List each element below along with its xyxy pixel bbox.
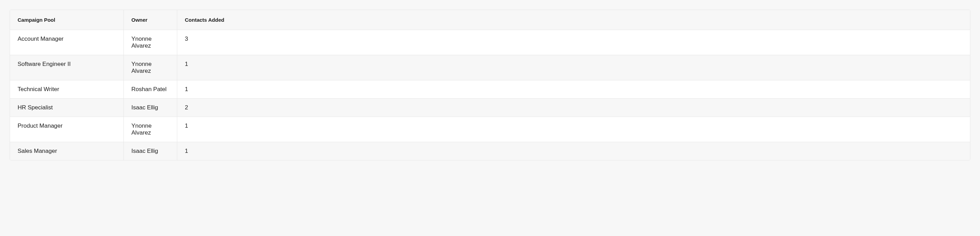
- cell-pool: Account Manager: [10, 30, 124, 55]
- col-header-owner[interactable]: Owner: [124, 10, 177, 30]
- cell-owner: Roshan Patel: [124, 80, 177, 98]
- cell-contacts: 2: [177, 99, 970, 116]
- col-header-contacts[interactable]: Contacts Added: [177, 10, 970, 30]
- table-header-row: Campaign Pool Owner Contacts Added: [10, 10, 970, 30]
- cell-pool: Technical Writer: [10, 80, 124, 98]
- table-row[interactable]: HR Specialist Isaac Ellig 2: [10, 99, 970, 117]
- cell-owner: Isaac Ellig: [124, 142, 177, 160]
- cell-contacts: 3: [177, 30, 970, 55]
- cell-pool: Sales Manager: [10, 142, 124, 160]
- cell-owner: Ynonne Alvarez: [124, 30, 177, 55]
- cell-pool: HR Specialist: [10, 99, 124, 116]
- cell-pool: Software Engineer II: [10, 55, 124, 80]
- cell-contacts: 1: [177, 142, 970, 160]
- table-row[interactable]: Sales Manager Isaac Ellig 1: [10, 142, 970, 160]
- col-header-pool[interactable]: Campaign Pool: [10, 10, 124, 30]
- cell-owner: Isaac Ellig: [124, 99, 177, 116]
- cell-contacts: 1: [177, 117, 970, 142]
- campaign-pool-table: Campaign Pool Owner Contacts Added Accou…: [10, 10, 970, 160]
- table-row[interactable]: Technical Writer Roshan Patel 1: [10, 80, 970, 99]
- cell-pool: Product Manager: [10, 117, 124, 142]
- cell-contacts: 1: [177, 55, 970, 80]
- table-row[interactable]: Product Manager Ynonne Alvarez 1: [10, 117, 970, 142]
- cell-owner: Ynonne Alvarez: [124, 117, 177, 142]
- cell-contacts: 1: [177, 80, 970, 98]
- table-row[interactable]: Account Manager Ynonne Alvarez 3: [10, 30, 970, 55]
- table-row[interactable]: Software Engineer II Ynonne Alvarez 1: [10, 55, 970, 80]
- cell-owner: Ynonne Alvarez: [124, 55, 177, 80]
- table-body: Account Manager Ynonne Alvarez 3 Softwar…: [10, 30, 970, 160]
